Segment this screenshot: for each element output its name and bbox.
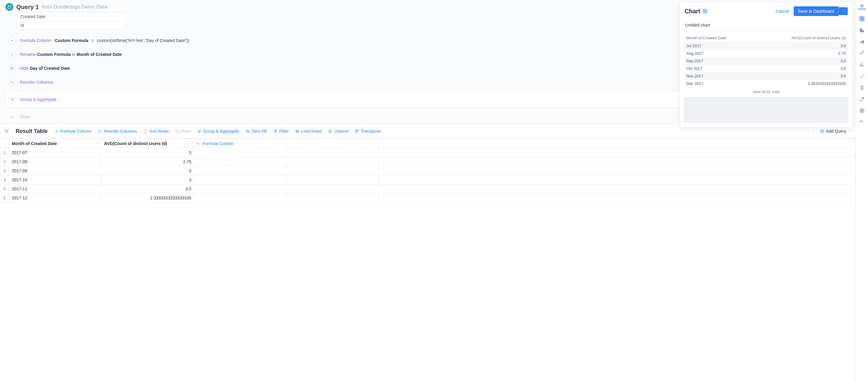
filter-action[interactable]: Filter (274, 129, 289, 134)
cell-month[interactable]: 2017-12 (9, 193, 101, 202)
eye-off-icon[interactable] (8, 64, 16, 72)
chart-preview-row[interactable]: Nov 20173.5 (684, 72, 848, 80)
area-chart-button[interactable] (856, 36, 868, 47)
toolbar-divider (813, 127, 813, 135)
chart-name-input[interactable]: Untitled chart (684, 20, 848, 31)
column-header-label: Formula Column (203, 141, 234, 146)
query-source[interactable]: from Dundersign Demo Data (42, 4, 107, 10)
chart-preview-row[interactable]: Dec 20172.3333333333333335 (684, 80, 848, 87)
plus-icon[interactable] (8, 37, 16, 44)
column-item[interactable]: Id (17, 21, 125, 30)
column-header-avg[interactable]: AVG(Count of distinct Users Id) (101, 139, 194, 148)
chart-cell-month: Sep 2017 (684, 57, 754, 65)
formula-column-action[interactable]: Formula Column (54, 129, 91, 134)
table-row[interactable]: 32017-093 (0, 166, 855, 175)
more-charts-button[interactable] (856, 117, 868, 128)
chart-preview-row[interactable]: Sep 20173.0 (684, 57, 848, 65)
pie-chart-button[interactable] (856, 25, 868, 36)
bar-chart-icon[interactable] (8, 113, 16, 121)
empty-cell (286, 166, 379, 175)
gear-icon[interactable] (703, 9, 708, 13)
svg-rect-9 (176, 130, 177, 131)
chart-preview-row[interactable]: Aug 20172.75 (684, 50, 848, 57)
cell-month[interactable]: 2017-07 (9, 148, 101, 157)
action-label: Group & Aggregate (203, 129, 239, 134)
empty-cell (286, 157, 379, 166)
chart-cell-value: 3.5 (754, 72, 848, 80)
zero-fill-action[interactable]: Zero Fill (246, 129, 267, 134)
cell-value[interactable]: 3.5 (101, 184, 194, 193)
view-all-rows-link[interactable]: View all 41 rows (684, 87, 848, 96)
empty-cell (379, 166, 855, 175)
query-source-prefix: from (42, 4, 52, 10)
svg-point-4 (12, 100, 12, 101)
cancel-button[interactable]: Cancel (776, 9, 789, 13)
bubble-chart-button[interactable] (856, 94, 868, 104)
chart-cell-month: Jul 2017 (684, 42, 754, 50)
table-row[interactable]: 42017-103 (0, 175, 855, 184)
chart-cell-value: 3.0 (754, 65, 848, 72)
svg-point-13 (199, 132, 199, 132)
chart-preview-row[interactable]: Jul 20173.0 (684, 42, 848, 50)
bar-chart-button[interactable] (856, 59, 868, 70)
empty-cell (379, 193, 855, 202)
cell-value[interactable]: 3 (101, 148, 194, 157)
cell-month[interactable]: 2017-09 (9, 166, 101, 175)
step-label: Reorder Columns (20, 80, 53, 85)
query-title[interactable]: Query 1 (16, 4, 39, 10)
chart-cell-month: Dec 2017 (684, 80, 754, 87)
chart-col-header[interactable]: Month of Created Date (684, 34, 754, 42)
chart-col-header[interactable]: AVG(Count of distinct Users Id) (754, 34, 848, 42)
empty-cell (379, 157, 855, 166)
limit-rows-action[interactable]: Limit Rows (295, 129, 321, 134)
group-icon[interactable] (8, 96, 16, 103)
row-number: 2 (0, 157, 9, 166)
table-row[interactable]: 12017-073 (0, 148, 855, 157)
save-dropdown-button[interactable] (838, 7, 848, 15)
cell-value[interactable]: 2.3333333333333335 (101, 193, 194, 202)
chart-preview-row[interactable]: Oct 20173.0 (684, 65, 848, 72)
chevron-down-icon[interactable] (95, 141, 100, 146)
group-aggregate-action[interactable]: Group & Aggregate (197, 129, 239, 134)
rename-icon[interactable] (8, 51, 16, 58)
table-row[interactable]: 22017-082.75 (0, 157, 855, 166)
svg-point-28 (860, 100, 862, 101)
gauge-chart-button[interactable] (856, 82, 868, 93)
query-source-icon[interactable] (5, 3, 13, 11)
row-number: 5 (0, 184, 9, 193)
chevron-down-icon[interactable] (187, 141, 192, 146)
save-to-dashboard-button[interactable]: Save to Dashboard (794, 6, 838, 16)
row-number: 4 (0, 175, 9, 184)
svg-point-25 (862, 76, 863, 77)
sort-rows-action[interactable]: Sort Rows (144, 129, 169, 134)
svg-point-24 (861, 75, 862, 76)
column-item[interactable]: Created Date (17, 12, 125, 21)
line-chart-button[interactable] (856, 48, 868, 59)
auto-chart-button[interactable]: AUTO (856, 2, 868, 13)
cell-month[interactable]: 2017-11 (9, 184, 101, 193)
cell-month[interactable]: 2017-08 (9, 157, 101, 166)
add-query-button[interactable]: Add Query (820, 129, 851, 134)
empty-cell (194, 175, 286, 184)
table-chart-button[interactable] (856, 13, 868, 24)
globe-chart-button[interactable] (856, 105, 868, 116)
reorder-icon[interactable] (8, 78, 16, 86)
chart-type-rail: AUTO (855, 0, 868, 382)
cell-value[interactable]: 3 (101, 175, 194, 184)
chart-cell-month: Oct 2017 (684, 65, 754, 72)
query-columns-list[interactable]: Created Date Id (17, 12, 126, 30)
reorder-columns-action[interactable]: Reorder Columns (98, 129, 137, 134)
cell-value[interactable]: 2.75 (101, 157, 194, 166)
column-header-formula[interactable]: Formula Column (194, 139, 286, 148)
cell-value[interactable]: 3 (101, 166, 194, 175)
table-row[interactable]: 62017-122.3333333333333335 (0, 193, 855, 202)
table-row[interactable]: 52017-113.5 (0, 184, 855, 193)
scatter-chart-button[interactable] (856, 71, 868, 82)
unpivot-action[interactable]: Unpivot (329, 129, 348, 134)
transpose-action[interactable]: Transpose (355, 129, 381, 134)
column-header-month[interactable]: Month of Created Date (9, 139, 101, 148)
cell-month[interactable]: 2017-10 (9, 175, 101, 184)
row-number: 1 (0, 148, 9, 157)
chart-cell-value: 3.0 (754, 57, 848, 65)
result-table-grid[interactable]: Month of Created Date AVG(Count of disti… (0, 138, 855, 382)
